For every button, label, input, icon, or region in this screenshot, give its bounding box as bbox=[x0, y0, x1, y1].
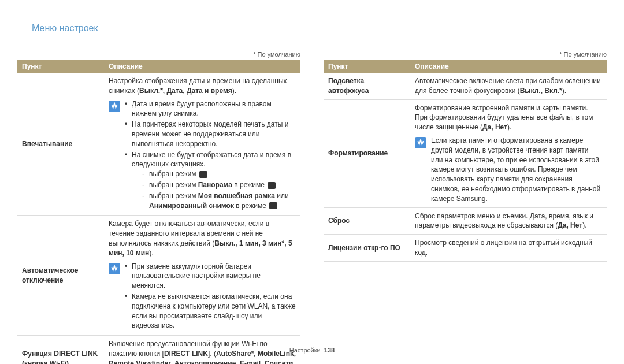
right-column: * По умолчанию Пункт Описание Подсветка … bbox=[324, 51, 607, 364]
setting-name: Автоматическое отключение bbox=[17, 216, 104, 336]
setting-desc: Сброс параметров меню и съемки. Дата, вр… bbox=[410, 207, 607, 235]
desc-text: ). bbox=[232, 87, 236, 95]
page-footer: Настройки 138 bbox=[0, 347, 624, 354]
setting-name: Сброс bbox=[324, 207, 410, 235]
table-row: Форматирование Форматирование встроенной… bbox=[324, 99, 607, 207]
setting-name: Подсветка автофокуса bbox=[324, 73, 410, 99]
settings-table-left: Пункт Описание Впечатывание Настройка от… bbox=[17, 60, 300, 364]
setting-desc: Настройка отображения даты и времени на … bbox=[104, 73, 300, 216]
mode-icon bbox=[268, 182, 276, 189]
page-title: Меню настроек bbox=[17, 23, 607, 34]
list-item: На снимке не будут отображаться дата и в… bbox=[125, 150, 296, 211]
table-row: Подсветка автофокуса Автоматическое вклю… bbox=[324, 73, 607, 99]
desc-options: Выкл., Вкл.* bbox=[520, 87, 562, 95]
list-item: На принтерах некоторых моделей печать да… bbox=[125, 120, 296, 148]
desc-text: ). bbox=[149, 249, 153, 257]
list-item: выбран режим Панорама в режиме bbox=[142, 180, 296, 190]
list-item-text: выбран режим bbox=[149, 170, 198, 178]
setting-name: Впечатывание bbox=[17, 73, 104, 216]
setting-desc: Форматирование встроенной памяти и карты… bbox=[410, 99, 607, 207]
list-item-text: Анимированный снимок bbox=[149, 202, 234, 210]
col-header-item: Пункт bbox=[17, 60, 104, 73]
footer-section: Настройки bbox=[289, 347, 321, 354]
mode-icon bbox=[269, 202, 277, 209]
list-item-text: в режиме bbox=[234, 202, 268, 210]
table-row: Лицензии откр-го ПО Просмотр сведений о … bbox=[324, 235, 607, 262]
list-item-text: выбран режим bbox=[149, 192, 198, 200]
settings-table-right: Пункт Описание Подсветка автофокуса Авто… bbox=[324, 60, 607, 262]
list-item: Камера не выключается автоматически, есл… bbox=[125, 292, 296, 330]
list-item-text: в режиме bbox=[232, 181, 266, 189]
desc-options: Да, Нет bbox=[482, 123, 507, 131]
note-icon bbox=[109, 263, 120, 274]
col-header-desc: Описание bbox=[410, 60, 607, 73]
mode-icon bbox=[199, 171, 207, 178]
list-item-text: или bbox=[275, 192, 289, 200]
note-icon bbox=[415, 137, 426, 148]
list-item: выбран режим bbox=[142, 169, 296, 179]
desc-text: ). bbox=[562, 87, 566, 95]
setting-desc: Автоматическое включение света при слабо… bbox=[410, 73, 607, 99]
list-item-text: выбран режим bbox=[149, 181, 198, 189]
default-note-left: * По умолчанию bbox=[17, 51, 300, 58]
setting-desc: Камера будет отключаться автоматически, … bbox=[104, 216, 300, 336]
list-item-text: Панорама bbox=[198, 181, 232, 189]
table-row: Сброс Сброс параметров меню и съемки. Да… bbox=[324, 207, 607, 235]
default-note-right: * По умолчанию bbox=[324, 51, 607, 58]
list-item: выбран режим Моя волшебная рамка или Ани… bbox=[142, 191, 296, 211]
setting-desc: Просмотр сведений о лицензии на открытый… bbox=[410, 235, 607, 262]
desc-text: ). bbox=[582, 221, 586, 229]
list-item-text: Моя волшебная рамка bbox=[198, 192, 275, 200]
desc-text: ). bbox=[507, 123, 511, 131]
desc-options: Да, Нет bbox=[558, 221, 582, 229]
page-number: 138 bbox=[324, 347, 335, 354]
note-list: При замене аккумуляторной батареи пользо… bbox=[125, 262, 296, 332]
content-columns: * По умолчанию Пункт Описание Впечатыван… bbox=[17, 51, 607, 364]
list-item-text: На снимке не будут отображаться дата и в… bbox=[132, 151, 291, 169]
setting-name: Лицензии откр-го ПО bbox=[324, 235, 410, 262]
left-column: * По умолчанию Пункт Описание Впечатыван… bbox=[17, 51, 300, 364]
table-row: Автоматическое отключение Камера будет о… bbox=[17, 216, 300, 336]
note-list: Дата и время будут расположены в правом … bbox=[125, 99, 296, 212]
table-row: Впечатывание Настройка отображения даты … bbox=[17, 73, 300, 216]
list-item: Дата и время будут расположены в правом … bbox=[125, 99, 296, 119]
list-item: При замене аккумуляторной батареи пользо… bbox=[125, 262, 296, 291]
note-text: Если карта памяти отформатирована в каме… bbox=[431, 136, 602, 204]
setting-name: Форматирование bbox=[324, 99, 410, 207]
desc-options: Выкл.*, Дата, Дата и время bbox=[139, 87, 232, 95]
note-icon bbox=[109, 101, 120, 112]
desc-text: Автоматическое включение света при слабо… bbox=[415, 77, 601, 95]
col-header-desc: Описание bbox=[104, 60, 300, 73]
col-header-item: Пункт bbox=[324, 60, 410, 73]
